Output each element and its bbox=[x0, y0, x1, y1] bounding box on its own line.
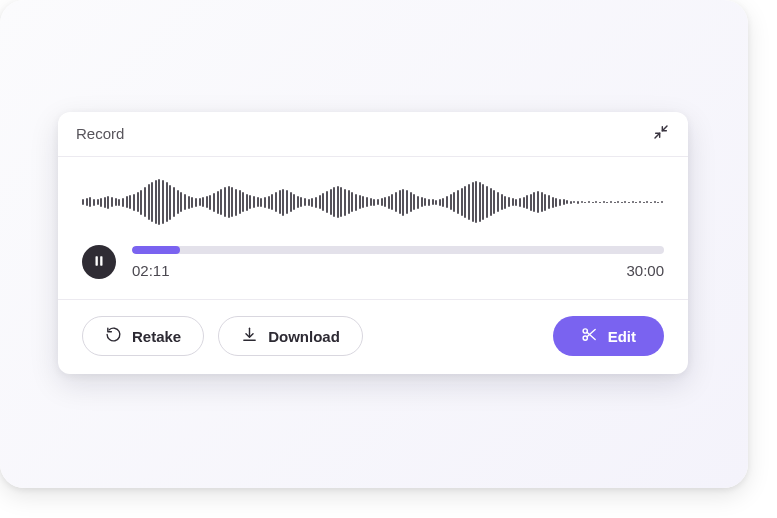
waveform-bar bbox=[158, 179, 160, 225]
waveform-bar bbox=[417, 196, 419, 209]
waveform-bar bbox=[330, 189, 332, 215]
waveform-bar bbox=[351, 192, 353, 212]
waveform-bar bbox=[115, 198, 117, 206]
waveform-bar bbox=[639, 201, 641, 203]
waveform-bar bbox=[657, 202, 659, 203]
record-card: Record bbox=[58, 112, 688, 374]
time-labels: 02:11 30:00 bbox=[132, 262, 664, 279]
waveform-bar bbox=[217, 191, 219, 214]
waveform-bar bbox=[457, 190, 459, 214]
waveform-bar bbox=[300, 197, 302, 207]
minimize-button[interactable] bbox=[650, 122, 672, 144]
waveform-bar bbox=[446, 196, 448, 208]
waveform-bar bbox=[555, 198, 557, 207]
waveform-bar bbox=[206, 196, 208, 208]
waveform-bar bbox=[435, 200, 437, 205]
scissors-icon bbox=[581, 326, 598, 346]
waveform-bar bbox=[508, 197, 510, 207]
svg-rect-1 bbox=[100, 256, 102, 265]
waveform-bar bbox=[610, 201, 612, 203]
waveform-bar bbox=[399, 190, 401, 214]
waveform-bar bbox=[504, 196, 506, 209]
waveform-bar bbox=[322, 193, 324, 211]
waveform-bar bbox=[239, 190, 241, 214]
waveform-bar bbox=[643, 202, 645, 203]
waveform-bar bbox=[523, 197, 525, 208]
waveform-bar bbox=[89, 197, 91, 207]
app-surface: Record bbox=[0, 0, 748, 488]
waveform-bar bbox=[479, 182, 481, 222]
waveform-bar bbox=[635, 202, 637, 203]
waveform-bar bbox=[450, 194, 452, 210]
waveform-bar bbox=[282, 189, 284, 216]
waveform bbox=[82, 175, 664, 229]
waveform-bar bbox=[544, 194, 546, 211]
waveform-bar bbox=[304, 198, 306, 206]
waveform-bar bbox=[646, 201, 648, 203]
waveform-bar bbox=[373, 199, 375, 206]
waveform-bar bbox=[490, 188, 492, 216]
waveform-bar bbox=[464, 186, 466, 218]
waveform-bar bbox=[391, 194, 393, 210]
waveform-bar bbox=[628, 202, 630, 203]
download-label: Download bbox=[268, 328, 340, 345]
waveform-bar bbox=[180, 192, 182, 212]
waveform-bar bbox=[654, 201, 656, 203]
waveform-bar bbox=[650, 202, 652, 203]
waveform-bar bbox=[381, 198, 383, 206]
waveform-area bbox=[58, 157, 688, 229]
waveform-bar bbox=[137, 192, 139, 212]
waveform-bar bbox=[632, 201, 634, 203]
waveform-bar bbox=[184, 194, 186, 210]
waveform-bar bbox=[453, 192, 455, 212]
edit-label: Edit bbox=[608, 328, 636, 345]
waveform-bar bbox=[122, 198, 124, 207]
waveform-bar bbox=[439, 199, 441, 206]
waveform-bar bbox=[333, 187, 335, 217]
waveform-bar bbox=[337, 186, 339, 218]
waveform-bar bbox=[249, 195, 251, 209]
waveform-bar bbox=[235, 189, 237, 216]
progress-track[interactable] bbox=[132, 246, 664, 254]
svg-rect-0 bbox=[96, 256, 98, 265]
progress-column: 02:11 30:00 bbox=[132, 246, 664, 279]
retake-button[interactable]: Retake bbox=[82, 316, 204, 356]
waveform-bar bbox=[148, 184, 150, 220]
waveform-bar bbox=[595, 201, 597, 203]
waveform-bar bbox=[512, 198, 514, 206]
waveform-bar bbox=[271, 194, 273, 210]
waveform-bar bbox=[410, 192, 412, 212]
download-button[interactable]: Download bbox=[218, 316, 363, 356]
waveform-bar bbox=[155, 180, 157, 224]
waveform-bar bbox=[209, 195, 211, 210]
waveform-bar bbox=[468, 184, 470, 220]
waveform-bar bbox=[104, 197, 106, 208]
waveform-bar bbox=[144, 187, 146, 217]
edit-button[interactable]: Edit bbox=[553, 316, 664, 356]
waveform-bar bbox=[661, 201, 663, 203]
waveform-bar bbox=[472, 182, 474, 222]
waveform-bar bbox=[486, 186, 488, 218]
waveform-bar bbox=[268, 196, 270, 209]
waveform-bar bbox=[563, 199, 565, 205]
waveform-bar bbox=[614, 202, 616, 203]
waveform-bar bbox=[162, 180, 164, 224]
waveform-bar bbox=[97, 199, 99, 205]
waveform-bar bbox=[541, 192, 543, 212]
waveform-bar bbox=[533, 192, 535, 212]
waveform-bar bbox=[573, 201, 575, 203]
elapsed-time: 02:11 bbox=[132, 262, 170, 279]
pause-icon bbox=[92, 254, 106, 271]
card-title: Record bbox=[76, 125, 124, 142]
waveform-bar bbox=[118, 199, 120, 206]
waveform-bar bbox=[406, 190, 408, 214]
card-footer: Retake Download bbox=[58, 299, 688, 374]
waveform-bar bbox=[428, 199, 430, 206]
progress-fill bbox=[132, 246, 180, 254]
waveform-bar bbox=[199, 198, 201, 206]
waveform-bar bbox=[279, 190, 281, 214]
waveform-bar bbox=[319, 195, 321, 209]
waveform-bar bbox=[559, 199, 561, 206]
pause-button[interactable] bbox=[82, 245, 116, 279]
waveform-bar bbox=[195, 198, 197, 207]
